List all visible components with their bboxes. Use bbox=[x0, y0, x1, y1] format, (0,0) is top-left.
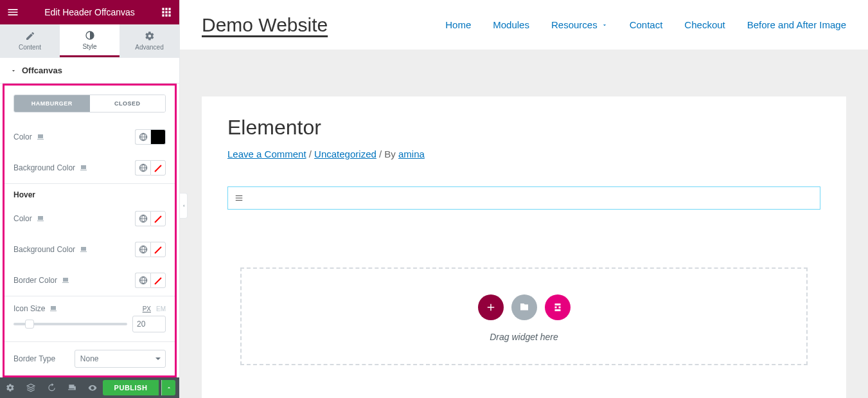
label-hover-color-text: Color bbox=[13, 214, 32, 223]
control-color: Color bbox=[4, 122, 175, 152]
page-title: Elementor bbox=[227, 116, 820, 140]
state-toggle: HAMBURGER CLOSED bbox=[13, 95, 166, 113]
sidebar-footer: PUBLISH bbox=[0, 377, 179, 398]
panel-highlight: HAMBURGER CLOSED Color Background Color bbox=[3, 84, 177, 377]
settings-icon[interactable] bbox=[0, 377, 21, 398]
swatches-color bbox=[135, 129, 166, 145]
global-color-icon[interactable] bbox=[135, 242, 150, 257]
offcanvas-widget[interactable] bbox=[227, 186, 820, 210]
desktop-icon[interactable] bbox=[49, 304, 58, 313]
nav-checkout[interactable]: Checkout bbox=[684, 19, 725, 30]
hover-heading: Hover bbox=[4, 183, 175, 203]
nav-modules[interactable]: Modules bbox=[493, 19, 529, 30]
tab-advanced[interactable]: Advanced bbox=[120, 24, 179, 57]
nav-resources-label: Resources bbox=[551, 19, 598, 30]
color-swatch-none[interactable] bbox=[150, 242, 166, 257]
label-bgcolor-text: Background Color bbox=[13, 163, 75, 172]
page-content: Elementor Leave a Comment / Uncategorize… bbox=[202, 96, 846, 398]
nav-before-after[interactable]: Before and After Image bbox=[747, 19, 846, 30]
toggle-hamburger[interactable]: HAMBURGER bbox=[14, 95, 90, 112]
panel-body: HAMBURGER CLOSED Color Background Color bbox=[0, 84, 179, 377]
border-type-select[interactable]: None bbox=[75, 350, 166, 368]
label-icon-size: Icon Size bbox=[13, 304, 143, 313]
global-color-icon[interactable] bbox=[135, 160, 150, 176]
desktop-icon[interactable] bbox=[36, 214, 45, 223]
icon-size-slider-row bbox=[4, 316, 175, 341]
nav-contact[interactable]: Contact bbox=[630, 19, 663, 30]
label-color-text: Color bbox=[13, 132, 32, 141]
label-icon-size-text: Icon Size bbox=[13, 304, 45, 313]
nav-resources[interactable]: Resources bbox=[551, 19, 608, 30]
color-swatch-none[interactable] bbox=[150, 211, 166, 226]
desktop-icon[interactable] bbox=[79, 245, 88, 254]
unit-px[interactable]: PX bbox=[143, 305, 151, 312]
post-meta: Leave a Comment / Uncategorized / By ami… bbox=[227, 149, 820, 159]
template-library-button[interactable] bbox=[511, 294, 537, 320]
unit-switch: PX EM bbox=[143, 305, 166, 312]
control-hover-color: Color bbox=[4, 203, 175, 234]
preview-icon[interactable] bbox=[82, 377, 103, 398]
tab-style-label: Style bbox=[82, 43, 96, 50]
label-border-type-text: Border Type bbox=[13, 354, 55, 363]
section-label: Offcanvas bbox=[22, 66, 62, 75]
responsive-icon[interactable] bbox=[62, 377, 82, 398]
nav-home[interactable]: Home bbox=[445, 19, 471, 30]
label-bgcolor: Background Color bbox=[13, 163, 135, 172]
swatches-hover-bg bbox=[135, 242, 166, 257]
border-type-select-wrap: None bbox=[75, 350, 166, 368]
sidebar-header: Edit Header Offcanvas bbox=[0, 0, 179, 24]
global-color-icon[interactable] bbox=[135, 211, 150, 226]
label-border-color-text: Border Color bbox=[13, 276, 57, 285]
control-hover-bg: Background Color bbox=[4, 234, 175, 265]
ekit-button[interactable] bbox=[545, 294, 571, 320]
category-link[interactable]: Uncategorized bbox=[314, 149, 376, 159]
toggle-closed[interactable]: CLOSED bbox=[90, 95, 166, 112]
color-swatch-none[interactable] bbox=[150, 160, 166, 176]
sidebar-tabs: Content Style Advanced bbox=[0, 24, 179, 58]
history-icon[interactable] bbox=[41, 377, 62, 398]
swatches-hover-color bbox=[135, 211, 166, 226]
global-color-icon[interactable] bbox=[135, 129, 150, 145]
add-section-button[interactable] bbox=[478, 294, 504, 320]
section-offcanvas[interactable]: Offcanvas bbox=[0, 58, 179, 84]
dropzone-actions bbox=[478, 294, 571, 320]
hamburger-icon bbox=[233, 194, 245, 203]
tab-content-label: Content bbox=[19, 44, 41, 51]
editor-canvas: Demo Website Home Modules Resources Cont… bbox=[180, 0, 868, 398]
site-header: Demo Website Home Modules Resources Cont… bbox=[180, 0, 868, 50]
label-hover-bg: Background Color bbox=[13, 245, 135, 254]
sidebar-title: Edit Header Offcanvas bbox=[19, 7, 160, 17]
navigator-icon[interactable] bbox=[21, 377, 41, 398]
control-border-color: Border Color bbox=[4, 265, 175, 296]
main-nav: Home Modules Resources Contact Checkout … bbox=[445, 19, 846, 30]
elementor-sidebar: Edit Header Offcanvas Content Style Adva… bbox=[0, 0, 180, 398]
dropzone[interactable]: Drag widget here bbox=[240, 267, 808, 365]
tab-advanced-label: Advanced bbox=[135, 44, 163, 51]
icon-size-header: Icon Size PX EM bbox=[4, 296, 175, 316]
desktop-icon[interactable] bbox=[61, 276, 70, 285]
dropzone-label: Drag widget here bbox=[490, 332, 558, 342]
desktop-icon[interactable] bbox=[36, 132, 45, 141]
tab-style[interactable]: Style bbox=[60, 24, 120, 57]
publish-options[interactable] bbox=[161, 380, 175, 395]
site-title[interactable]: Demo Website bbox=[202, 14, 328, 36]
leave-comment-link[interactable]: Leave a Comment bbox=[227, 149, 306, 159]
swatches-bgcolor bbox=[135, 160, 166, 176]
color-swatch[interactable] bbox=[150, 129, 166, 145]
collapse-sidebar[interactable] bbox=[180, 193, 188, 219]
author-link[interactable]: amina bbox=[398, 149, 425, 159]
icon-size-input[interactable] bbox=[132, 316, 166, 332]
tab-content[interactable]: Content bbox=[0, 24, 60, 57]
color-swatch-none[interactable] bbox=[150, 273, 166, 288]
apps-icon[interactable] bbox=[160, 6, 173, 19]
menu-icon[interactable] bbox=[6, 6, 19, 19]
unit-em[interactable]: EM bbox=[156, 305, 166, 312]
publish-button[interactable]: PUBLISH bbox=[103, 380, 159, 395]
global-color-icon[interactable] bbox=[135, 273, 150, 288]
slider-thumb[interactable] bbox=[25, 320, 34, 329]
icon-size-slider[interactable] bbox=[13, 323, 127, 325]
control-border-type: Border Type None bbox=[4, 341, 175, 375]
label-border-type: Border Type bbox=[13, 354, 75, 363]
desktop-icon[interactable] bbox=[79, 163, 88, 172]
label-hover-color: Color bbox=[13, 214, 135, 223]
